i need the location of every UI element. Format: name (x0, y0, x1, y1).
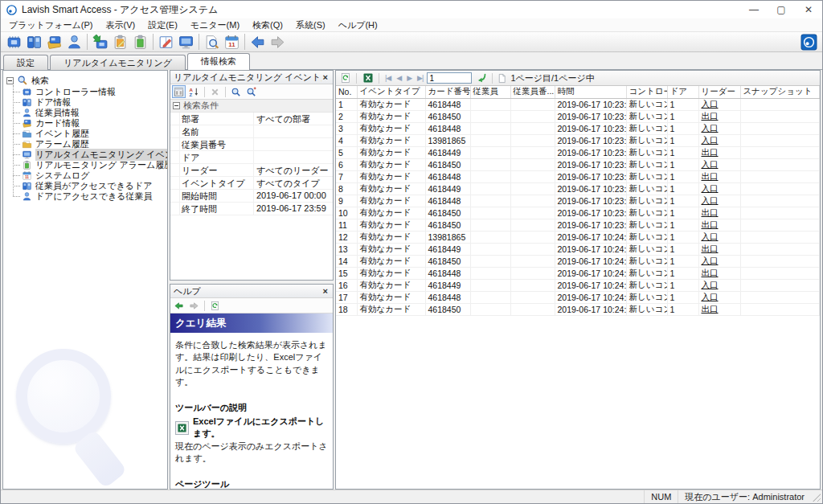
maximize-button[interactable]: ▢ (768, 1, 795, 18)
event-log-button[interactable] (156, 32, 176, 51)
column-header[interactable]: カード番号 (425, 86, 470, 98)
menu-item[interactable]: ヘルプ(H) (332, 19, 384, 31)
table-row[interactable]: 1有効なカード46184482019-06-17 10:23:44新しいコン..… (336, 98, 820, 110)
next-page-button[interactable]: ▶ (405, 74, 413, 82)
table-row[interactable]: 17有効なカード46184482019-06-17 10:24:10新しいコン.… (336, 291, 820, 303)
categorized-view-button[interactable] (172, 85, 186, 98)
table-cell: 13981865 (425, 134, 470, 146)
close-icon[interactable]: × (321, 286, 330, 296)
page-number-input[interactable] (427, 72, 472, 84)
property-value[interactable]: 2019-06-17 23:59 (254, 203, 333, 215)
column-header[interactable]: リーダー (698, 86, 740, 98)
calendar-button[interactable]: 11 (222, 32, 242, 51)
prev-page-button[interactable]: ◀ (395, 74, 403, 82)
table-row[interactable]: 16有効なカード46184492019-06-17 10:24:07新しいコン.… (336, 279, 820, 291)
property-value[interactable]: すべてのタイプ (254, 177, 333, 189)
property-value[interactable]: すべての部署 (254, 113, 333, 125)
table-row[interactable]: 8有効なカード46184492019-06-17 10:23:54新しいコン..… (336, 182, 820, 195)
sort-alphabetical-button[interactable]: AZ (187, 85, 201, 98)
collapse-icon[interactable] (173, 102, 180, 109)
back-arrow-button[interactable] (248, 32, 268, 51)
table-cell: 新しいコン... (626, 207, 667, 219)
door-button[interactable] (24, 32, 44, 51)
table-row[interactable]: 18有効なカード46184502019-06-17 10:24:10新しいコン.… (336, 303, 820, 315)
table-row[interactable]: 14有効なカード46184502019-06-17 10:24:03新しいコン.… (336, 255, 820, 267)
close-button[interactable]: ✕ (795, 1, 822, 18)
first-page-button[interactable]: |◀ (383, 74, 392, 82)
menu-item[interactable]: 設定(E) (141, 19, 184, 31)
controller-button[interactable] (4, 32, 24, 51)
table-row[interactable]: 4有効なカード139818652019-06-17 10:23:47新しいコン.… (336, 134, 820, 146)
table-cell: 出口 (698, 146, 740, 158)
record-list-button[interactable] (130, 32, 150, 51)
table-row[interactable]: 9有効なカード46184482019-06-17 10:23:57新しいコン..… (336, 195, 820, 207)
tab-active[interactable]: 情報検索 (187, 53, 250, 70)
refresh-button[interactable] (338, 72, 352, 84)
column-header[interactable]: スナップショット (740, 86, 820, 98)
table-row[interactable]: 12有効なカード139818652019-06-17 10:24:00新しいコン… (336, 231, 820, 243)
table-row[interactable]: 15有効なカード46184482019-06-17 10:24:03新しいコン.… (336, 267, 820, 279)
tab-inactive[interactable]: 設定 (3, 55, 48, 70)
search-advanced-button[interactable] (244, 85, 258, 98)
property-category[interactable]: 検索条件 (170, 100, 333, 113)
clear-button[interactable] (208, 85, 222, 98)
export-excel-button[interactable] (361, 72, 375, 84)
column-header[interactable]: 従業員番... (510, 86, 555, 98)
search-document-button[interactable] (202, 32, 222, 51)
column-header[interactable]: No. (336, 86, 357, 98)
property-row: 開始時間2019-06-17 00:00 (170, 190, 333, 203)
table-cell (510, 231, 555, 243)
record-list-icon (22, 160, 32, 170)
table-cell: 7 (336, 170, 357, 182)
property-value[interactable]: 2019-06-17 00:00 (254, 190, 333, 202)
last-page-button[interactable]: ▶| (416, 74, 424, 82)
table-row[interactable]: 6有効なカード46184502019-06-17 10:23:50新しいコン..… (336, 158, 820, 170)
table-cell: 2019-06-17 10:23:47 (555, 134, 626, 146)
table-row[interactable]: 3有効なカード46184482019-06-17 10:23:45新しいコン..… (336, 122, 820, 134)
column-header[interactable]: コントローラ... (626, 86, 667, 98)
property-value[interactable] (254, 138, 333, 150)
help-forward-button[interactable] (187, 299, 201, 312)
table-cell: 入口 (698, 158, 740, 170)
close-icon[interactable]: × (321, 72, 330, 82)
tree-item[interactable]: コントローラー情報 (6, 87, 166, 97)
tree-item[interactable]: ドアにアクセスできる従業員 (6, 191, 166, 202)
property-value[interactable]: すべてのリーダー (254, 164, 333, 176)
download-data-button[interactable] (90, 32, 110, 51)
employee-button[interactable] (64, 32, 84, 51)
menu-item[interactable]: モニター(M) (184, 19, 246, 31)
menu-item[interactable]: プラットフォーム(P) (2, 19, 99, 31)
menu-item[interactable]: 系統(S) (289, 19, 332, 31)
collapse-icon[interactable] (6, 77, 14, 84)
table-row[interactable]: 13有効なカード46184492019-06-17 10:24:00新しいコン.… (336, 243, 820, 255)
table-row[interactable]: 5有効なカード46184492019-06-17 10:23:47新しいコン..… (336, 146, 820, 158)
tree-root-search[interactable]: 検索 (6, 75, 166, 86)
property-value[interactable] (254, 151, 333, 163)
help-back-button[interactable] (172, 299, 186, 312)
edit-record-button[interactable] (110, 32, 130, 51)
go-page-button[interactable] (474, 72, 488, 84)
table-row[interactable]: 11有効なカード46184502019-06-17 10:23:57新しいコン.… (336, 219, 820, 231)
table-row[interactable]: 2有効なカード46184502019-06-17 10:23:44新しいコン..… (336, 110, 820, 122)
monitor-button[interactable] (176, 32, 196, 51)
table-row[interactable]: 7有効なカード46184482019-06-17 10:23:51新しいコン..… (336, 170, 820, 182)
minimize-button[interactable]: — (740, 1, 768, 18)
menu-item[interactable]: 表示(V) (99, 19, 141, 31)
column-header[interactable]: ドア (667, 86, 698, 98)
column-header[interactable]: 従業員 (470, 86, 510, 98)
card-button[interactable] (44, 32, 64, 51)
menu-bar: プラットフォーム(P)表示(V)設定(E)モニター(M)検索(Q)系統(S)ヘル… (1, 18, 822, 31)
column-header[interactable]: 時間 (555, 86, 626, 98)
search-button[interactable] (229, 85, 243, 98)
tree-item[interactable]: ドア情報 (6, 97, 166, 108)
forward-arrow-button[interactable] (268, 32, 288, 51)
tab-inactive[interactable]: リアルタイムモニタリング (50, 55, 186, 70)
help-refresh-button[interactable] (208, 299, 222, 312)
tree-item[interactable]: 従業員情報 (6, 108, 166, 118)
property-value[interactable] (254, 125, 333, 137)
resize-grip[interactable] (811, 490, 822, 503)
column-header[interactable]: イベントタイプ (357, 86, 425, 98)
table-row[interactable]: 10有効なカード46184502019-06-17 10:23:57新しいコン.… (336, 207, 820, 219)
app-logo-button[interactable] (799, 32, 819, 51)
menu-item[interactable]: 検索(Q) (246, 19, 289, 31)
